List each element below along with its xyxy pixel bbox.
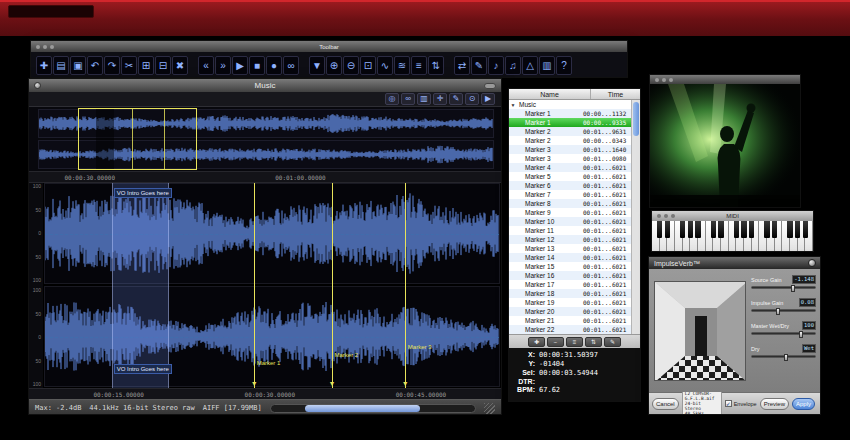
remove-marker-button[interactable]: − bbox=[547, 337, 564, 347]
time-ruler[interactable]: 00:00:15.0000000:00:30.0000000:00:45.000… bbox=[29, 388, 501, 399]
piano-keyboard[interactable] bbox=[652, 221, 813, 251]
piano-black-key[interactable] bbox=[688, 221, 693, 238]
horizontal-scrollbar[interactable] bbox=[270, 404, 476, 413]
piano-black-key[interactable] bbox=[718, 221, 723, 238]
spectrum-icon[interactable]: ≋ bbox=[394, 56, 410, 75]
piano-black-key[interactable] bbox=[665, 221, 670, 238]
fit-view-icon[interactable]: ⊡ bbox=[360, 56, 376, 75]
slider-thumb[interactable] bbox=[799, 331, 803, 338]
eye-icon[interactable]: ◎ bbox=[385, 93, 399, 105]
add-marker-button[interactable]: ✚ bbox=[528, 337, 545, 347]
list-row[interactable]: Marker 17 00:01...6021 bbox=[509, 280, 631, 289]
list-row[interactable]: Marker 21 00:01...6021 bbox=[509, 316, 631, 325]
scrollbar-thumb[interactable] bbox=[305, 405, 419, 412]
list-row[interactable]: Marker 2 00:00...0343 bbox=[509, 136, 631, 145]
knob-icon[interactable] bbox=[808, 259, 816, 267]
disclosure-icon[interactable]: ▼ bbox=[509, 102, 517, 108]
pencil-tool-icon[interactable]: ✎ bbox=[449, 93, 463, 105]
save-icon[interactable]: ▣ bbox=[70, 56, 86, 75]
edit-marker-button[interactable]: ✎ bbox=[604, 337, 621, 347]
timeline-marker[interactable]: Marker 1 ▼ bbox=[254, 183, 255, 388]
plugin-slider[interactable]: Dry Wet bbox=[751, 344, 816, 358]
list-row[interactable]: Marker 13 00:01...6021 bbox=[509, 244, 631, 253]
metronome-icon[interactable]: △ bbox=[522, 56, 538, 75]
zoom-tool-icon[interactable]: ⊙ bbox=[465, 93, 479, 105]
zoom-out-icon[interactable]: ⊖ bbox=[343, 56, 359, 75]
new-icon[interactable]: ✚ bbox=[36, 56, 52, 75]
zoom-in-icon[interactable]: ⊕ bbox=[326, 56, 342, 75]
stop-icon[interactable]: ■ bbox=[249, 56, 265, 75]
list-row[interactable]: Marker 7 00:01...6021 bbox=[509, 190, 631, 199]
marker-icon[interactable]: ▼ bbox=[309, 56, 325, 75]
slider-track[interactable] bbox=[751, 286, 816, 289]
list-row[interactable]: Marker 3 00:01...0980 bbox=[509, 154, 631, 163]
marker-list-options-button[interactable]: ≡ bbox=[566, 337, 583, 347]
video-titlebar[interactable] bbox=[650, 75, 800, 84]
list-scrollbar[interactable] bbox=[631, 100, 640, 334]
levels-icon[interactable]: ▥ bbox=[539, 56, 555, 75]
piano-black-key[interactable] bbox=[749, 221, 754, 238]
envelope-checkbox[interactable]: ✓ bbox=[725, 400, 732, 407]
piano-black-key[interactable] bbox=[680, 221, 685, 238]
slider-thumb[interactable] bbox=[791, 285, 795, 292]
forward-icon[interactable]: » bbox=[215, 56, 231, 75]
list-row[interactable]: Marker 5 00:01...6021 bbox=[509, 172, 631, 181]
list-row[interactable]: Marker 9 00:01...6021 bbox=[509, 208, 631, 217]
channel-view-icon[interactable]: ▥ bbox=[417, 93, 431, 105]
list-row[interactable]: Marker 19 00:01...6021 bbox=[509, 298, 631, 307]
window-buttons[interactable] bbox=[655, 78, 659, 82]
sort-markers-button[interactable]: ⇅ bbox=[585, 337, 602, 347]
list-row[interactable]: Marker 11 00:01...6021 bbox=[509, 226, 631, 235]
column-time[interactable]: Time bbox=[590, 89, 640, 99]
plugin-slider[interactable]: Impulse Gain 0.08 bbox=[751, 298, 816, 312]
open-icon[interactable]: ▤ bbox=[53, 56, 69, 75]
list-scrollbar-thumb[interactable] bbox=[633, 102, 639, 136]
mixer-icon[interactable]: ⇅ bbox=[428, 56, 444, 75]
overview-ruler[interactable]: 00:00:30.0000000:01:00.00000 bbox=[29, 171, 501, 183]
close-icon[interactable] bbox=[34, 82, 41, 89]
piano-black-key[interactable] bbox=[734, 221, 739, 238]
window-buttons[interactable] bbox=[657, 214, 661, 218]
toolbar-titlebar[interactable]: Toolbar bbox=[31, 41, 627, 52]
window-buttons[interactable] bbox=[36, 45, 40, 49]
piano-black-key[interactable] bbox=[695, 221, 700, 238]
tempo-icon[interactable]: ♫ bbox=[505, 56, 521, 75]
timeline-marker[interactable]: Marker 2 ▼ bbox=[332, 183, 333, 388]
column-name[interactable]: Name bbox=[509, 89, 590, 99]
rewind-icon[interactable]: « bbox=[198, 56, 214, 75]
link-channels-icon[interactable]: ∞ bbox=[401, 93, 415, 105]
swap-channels-icon[interactable]: ⇄ bbox=[454, 56, 470, 75]
list-row[interactable]: ▼ Music bbox=[509, 100, 631, 109]
piano-black-key[interactable] bbox=[772, 221, 777, 238]
list-row[interactable]: Marker 3 00:01...1640 bbox=[509, 145, 631, 154]
copy-icon[interactable]: ⊞ bbox=[138, 56, 154, 75]
overview-selection[interactable] bbox=[78, 108, 197, 170]
list-row[interactable]: Marker 8 00:01...6021 bbox=[509, 199, 631, 208]
record-icon[interactable]: ● bbox=[266, 56, 282, 75]
music-titlebar[interactable]: Music bbox=[29, 79, 501, 92]
list-row[interactable]: Marker 6 00:01...6021 bbox=[509, 181, 631, 190]
piano-black-key[interactable] bbox=[657, 221, 662, 238]
paste-icon[interactable]: ⊟ bbox=[155, 56, 171, 75]
play-icon[interactable]: ▶ bbox=[232, 56, 248, 75]
slider-track[interactable] bbox=[751, 355, 816, 358]
resize-grip-icon[interactable] bbox=[484, 403, 495, 414]
overview-area[interactable] bbox=[29, 107, 501, 171]
piano-black-key[interactable] bbox=[803, 221, 808, 238]
slider-track[interactable] bbox=[751, 332, 816, 335]
plugin-slider[interactable]: Source Gain -1.148 bbox=[751, 275, 816, 289]
selection-tool-icon[interactable]: ✛ bbox=[433, 93, 447, 105]
apply-button[interactable]: Apply bbox=[792, 398, 815, 410]
concert-video[interactable] bbox=[650, 84, 800, 207]
plugin-slider[interactable]: Master Wet/Dry 100 bbox=[751, 321, 816, 335]
piano-black-key[interactable] bbox=[795, 221, 800, 238]
list-row[interactable]: Marker 2 00:01...9631 bbox=[509, 127, 631, 136]
loop-icon[interactable]: ∞ bbox=[283, 56, 299, 75]
plugin-titlebar[interactable]: ImpulseVerb™ bbox=[649, 257, 820, 269]
piano-black-key[interactable] bbox=[711, 221, 716, 238]
piano-black-key[interactable] bbox=[741, 221, 746, 238]
waveform-icon[interactable]: ∿ bbox=[377, 56, 393, 75]
piano-black-key[interactable] bbox=[764, 221, 769, 238]
eq-icon[interactable]: ≡ bbox=[411, 56, 427, 75]
list-row[interactable]: Marker 18 00:01...6021 bbox=[509, 289, 631, 298]
